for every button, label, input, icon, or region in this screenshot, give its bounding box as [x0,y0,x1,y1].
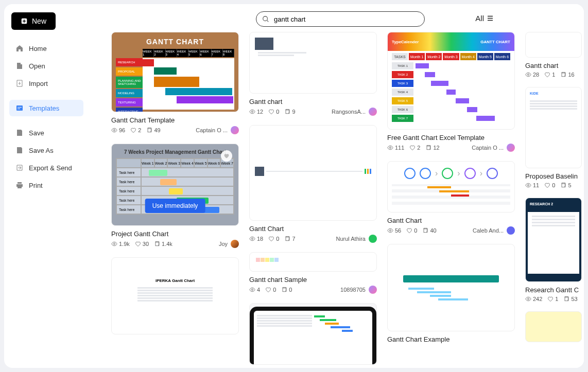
template-card[interactable] [249,303,377,365]
copies-stat: 1.4k [154,241,172,247]
search-wrap [256,11,425,27]
svg-rect-6 [148,129,151,132]
use-immediately-button[interactable]: Use immediately [145,199,205,213]
search-icon [262,15,269,23]
template-thumbnail [249,303,377,365]
svg-point-13 [252,289,253,291]
template-card[interactable]: RESEARCH 2 Research Gantt C 242 1 53 [525,198,582,302]
avatar [231,126,239,134]
templates-icon [15,104,24,112]
copies-stat: 9 [284,109,295,115]
copies-stat: 5 [560,182,571,188]
card-title: Research Gantt C [525,286,582,294]
template-thumbnail: TypeCalenderGANTT CHART TASKS Month 1 Mo… [387,32,515,130]
avatar [369,108,377,116]
new-button-label: New [32,17,46,25]
plus-icon [21,17,28,25]
save-as-icon [15,146,24,154]
card-title: Gantt chart Sample [249,276,377,284]
nav-open[interactable]: Open [9,58,83,74]
file-icon [15,62,24,70]
template-card[interactable]: GANTT CHART WEEK 1 WEEK 2 WEEK 3 WEEK 4 … [111,32,239,134]
template-card[interactable]: IPERKA Gantt Chart [111,257,239,334]
svg-rect-16 [427,146,430,150]
template-thumbnail [249,252,377,272]
nav-list: Home Open Import Templates Save [9,40,83,193]
card-title: Project Gantt Chart [111,230,239,238]
copies-stat: 16 [560,72,574,78]
main-content: All GANTT CHART WEEK 1 WE [89,4,584,368]
search-input[interactable] [256,11,425,27]
template-card[interactable]: TypeCalenderGANTT CHART TASKS Month 1 Mo… [387,32,515,152]
nav-label: Open [29,62,45,70]
export-icon [15,164,24,172]
views-stat: 1.9k [111,241,130,247]
nav-save-as[interactable]: Save As [9,142,83,158]
nav-label: Print [29,182,43,189]
template-thumbnail: 7 Weeks Project Management Gantt Chart W… [111,144,239,226]
new-button[interactable]: New [11,12,56,30]
template-card[interactable]: Gantt chart 12 0 9 RangsonsA... [249,32,377,116]
card-author: Captain O ... [196,126,239,134]
card-author: Caleb And... [473,226,515,235]
template-card[interactable]: Gantt chart Sample 4 0 0 10898705 [249,252,377,294]
avatar [369,286,377,294]
nav-home[interactable]: Home [9,40,83,57]
copies-stat: 0 [281,287,292,293]
avatar [507,226,515,235]
nav-label: Save [29,129,44,137]
nav-label: Export & Send [29,164,72,172]
views-stat: 242 [525,296,542,302]
card-author: 10898705 [340,286,377,294]
template-card[interactable]: Gantt Chart Example [387,244,515,343]
svg-point-17 [390,230,391,232]
copies-stat: 7 [284,236,295,242]
template-card[interactable]: KiDE Proposed Baselin 11 0 5 [525,87,582,188]
template-thumbnail [525,32,582,58]
svg-point-21 [528,185,529,186]
template-thumbnail [249,125,377,221]
svg-point-23 [528,298,529,300]
template-card[interactable]: › › › [387,161,515,235]
thumb-title: GANTT CHART [116,38,234,46]
svg-point-5 [114,130,115,131]
avatar [369,235,377,243]
nav-import[interactable]: Import [9,75,83,92]
svg-point-19 [528,74,529,76]
nav-print[interactable]: Print [9,177,83,193]
template-thumbnail: KiDE [525,87,582,168]
avatar [507,144,515,152]
card-title: Gantt Chart Template [111,116,239,124]
nav-templates[interactable]: Templates [9,100,83,116]
nav-export[interactable]: Export & Send [9,160,83,176]
template-thumbnail: RESEARCH 2 [525,198,582,282]
svg-point-9 [252,111,253,113]
nav-label: Save As [29,147,54,154]
template-thumbnail: › › › [387,161,515,212]
favorite-button[interactable] [221,150,232,162]
template-thumbnail: GANTT CHART WEEK 1 WEEK 2 WEEK 3 WEEK 4 … [111,32,239,112]
likes-stat: 1 [544,72,555,78]
svg-rect-2 [18,107,22,108]
svg-point-15 [390,147,391,149]
likes-stat: 0 [268,236,279,242]
views-stat: 96 [111,127,125,133]
card-title: Gantt Chart Example [387,335,515,343]
likes-stat: 1 [547,296,558,302]
nav-save[interactable]: Save [9,125,83,141]
likes-stat: 0 [268,109,279,115]
template-card[interactable] [525,311,582,342]
copies-stat: 53 [563,296,577,302]
views-stat: 111 [387,145,404,151]
views-stat: 18 [249,236,263,242]
likes-stat: 0 [544,182,555,188]
avatar [231,240,239,248]
copies-stat: 49 [146,127,160,133]
filter-dropdown[interactable]: All [475,14,494,23]
template-card[interactable]: Gantt Chart 18 0 7 Nurul Athira [249,125,377,243]
import-icon [15,79,24,87]
card-author: Nurul Athira [336,235,377,243]
template-card[interactable]: Gantt chart 28 1 16 [525,32,582,78]
views-stat: 12 [249,109,263,115]
template-card[interactable]: 7 Weeks Project Management Gantt Chart W… [111,144,239,248]
